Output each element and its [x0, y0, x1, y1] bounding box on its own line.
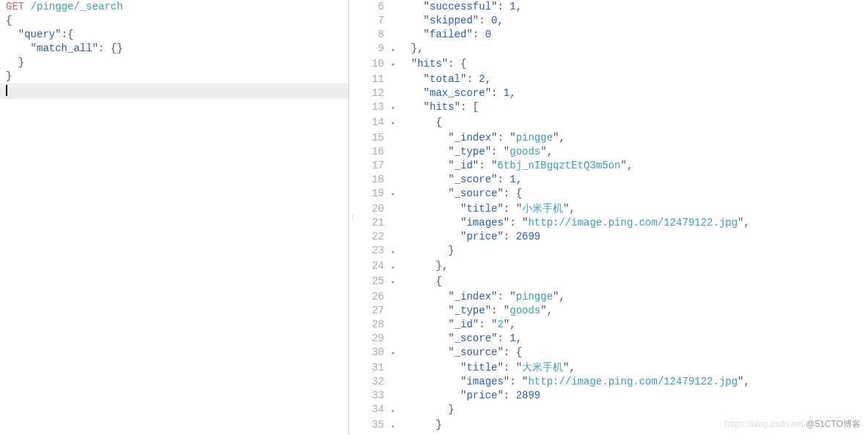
code-content[interactable]: "_type": "goods",: [397, 304, 868, 318]
code-content[interactable]: "max_score": 1,: [397, 86, 868, 100]
code-line[interactable]: 23▴ }: [355, 244, 868, 259]
code-content[interactable]: }: [397, 403, 868, 417]
code-line[interactable]: 26 "_index": "pingge",: [355, 290, 868, 304]
code-line[interactable]: 29 "_score": 1,: [355, 332, 868, 346]
code-line[interactable]: 22 "price": 2699: [355, 230, 868, 244]
code-content[interactable]: "_index": "pingge",: [397, 131, 868, 145]
token-str-cn: 大米手机: [522, 362, 563, 373]
token-punct: ": {}: [92, 42, 123, 54]
code-line[interactable]: 34▴ }: [355, 403, 868, 418]
code-content[interactable]: "failed": 0: [397, 28, 868, 42]
code-content[interactable]: GET /pingge/_search: [4, 0, 348, 14]
code-content[interactable]: "_source": {: [397, 187, 868, 201]
code-content[interactable]: "skipped": 0,: [397, 14, 868, 28]
code-line[interactable]: 32 "images": "http://image.ping.com/1247…: [355, 375, 868, 389]
code-content[interactable]: "images": "http://image.ping.com/1247912…: [397, 375, 868, 389]
fold-toggle-icon[interactable]: ▾: [389, 347, 397, 361]
code-content[interactable]: {: [4, 14, 348, 28]
token-punct: }: [6, 70, 12, 82]
response-viewer-pane[interactable]: 6 "successful": 1,7 "skipped": 0,8 "fail…: [355, 0, 868, 435]
code-line[interactable]: 17 "_id": "6tbj_nIBgqztEtQ3m5on",: [355, 159, 868, 173]
fold-toggle-icon[interactable]: ▴: [389, 420, 397, 434]
code-line[interactable]: 33 "price": 2899: [355, 389, 868, 403]
code-line[interactable]: 12 "max_score": 1,: [355, 86, 868, 100]
token-punct: ,: [516, 1, 522, 12]
code-content[interactable]: "price": 2899: [397, 389, 868, 403]
line-number: 7: [355, 14, 389, 28]
code-line[interactable]: 25▾ {: [355, 275, 868, 290]
code-line[interactable]: 30▾ "_source": {: [355, 346, 868, 361]
line-number: 31: [355, 361, 389, 375]
code-line[interactable]: GET /pingge/_search: [0, 0, 348, 14]
code-line[interactable]: 31 "title": "大米手机",: [355, 361, 868, 375]
fold-toggle-icon[interactable]: ▴: [389, 404, 397, 418]
code-line[interactable]: 9▴ },: [355, 42, 868, 57]
token-punct: ": [399, 160, 455, 171]
token-punct: {: [6, 15, 12, 26]
request-editor-pane[interactable]: GET /pingge/_search{ "query":{ "match_al…: [0, 0, 349, 435]
code-content[interactable]: "title": "大米手机",: [397, 361, 868, 375]
code-content[interactable]: },: [397, 42, 868, 56]
code-line[interactable]: 27 "_type": "goods",: [355, 304, 868, 318]
code-line[interactable]: 20 "title": "小米手机",: [355, 202, 868, 216]
fold-toggle-icon[interactable]: ▾: [389, 276, 397, 290]
code-line[interactable]: 15 "_index": "pingge",: [355, 131, 868, 145]
token-num: 1: [510, 1, 515, 12]
token-punct: ": [399, 390, 466, 401]
code-line[interactable]: 7 "skipped": 0,: [355, 14, 868, 28]
code-line[interactable]: 6 "successful": 1,: [355, 0, 868, 14]
code-line[interactable]: 11 "total": 2,: [355, 72, 868, 86]
code-content[interactable]: "_id": "6tbj_nIBgqztEtQ3m5on",: [397, 159, 868, 173]
code-line[interactable]: 14▾ {: [355, 116, 868, 131]
code-content[interactable]: }: [397, 244, 868, 258]
code-content[interactable]: "query":{: [4, 28, 348, 42]
line-number: 23: [355, 244, 389, 258]
code-line[interactable]: }: [0, 56, 348, 70]
code-content[interactable]: "match_all": {}: [4, 42, 348, 56]
code-line[interactable]: [0, 83, 348, 99]
code-content[interactable]: "_source": {: [397, 346, 868, 360]
code-content[interactable]: "successful": 1,: [397, 0, 868, 14]
fold-toggle-icon[interactable]: ▴: [389, 245, 397, 259]
code-line[interactable]: 21 "images": "http://image.ping.com/1247…: [355, 216, 868, 230]
code-line[interactable]: }: [0, 70, 348, 83]
code-line[interactable]: 24▴ },: [355, 259, 868, 275]
code-content[interactable]: "_score": 1,: [397, 332, 868, 346]
code-content[interactable]: "hits": {: [397, 57, 868, 71]
code-content[interactable]: }: [397, 418, 868, 432]
code-content[interactable]: {: [397, 116, 868, 130]
code-content[interactable]: {: [397, 275, 868, 289]
code-content[interactable]: "total": 2,: [397, 72, 868, 86]
code-content[interactable]: }: [4, 56, 348, 70]
code-content[interactable]: "_score": 1,: [397, 173, 868, 187]
code-content[interactable]: "hits": [: [397, 100, 868, 114]
fold-toggle-icon[interactable]: ▾: [389, 102, 397, 116]
pane-divider[interactable]: ⋮: [349, 0, 355, 435]
code-line[interactable]: 10▾ "hits": {: [355, 57, 868, 72]
code-line[interactable]: 35▴ }: [355, 418, 868, 434]
code-content[interactable]: }: [4, 70, 348, 83]
code-content[interactable]: [4, 83, 348, 99]
fold-toggle-icon[interactable]: ▾: [389, 188, 397, 202]
code-content[interactable]: "_id": "2",: [397, 318, 868, 332]
code-line[interactable]: "match_all": {}: [0, 42, 348, 56]
code-content[interactable]: "title": "小米手机",: [397, 202, 868, 216]
code-line[interactable]: 19▾ "_source": {: [355, 187, 868, 202]
fold-toggle-icon[interactable]: ▴: [389, 43, 397, 57]
code-line[interactable]: 28 "_id": "2",: [355, 318, 868, 332]
code-line[interactable]: 13▾ "hits": [: [355, 100, 868, 116]
code-content[interactable]: },: [397, 259, 868, 273]
code-line[interactable]: 16 "_type": "goods",: [355, 145, 868, 159]
code-line[interactable]: "query":{: [0, 28, 348, 42]
fold-toggle-icon[interactable]: ▾: [389, 59, 397, 72]
code-content[interactable]: "images": "http://image.ping.com/1247912…: [397, 216, 868, 230]
code-content[interactable]: "_index": "pingge",: [397, 290, 868, 304]
fold-toggle-icon[interactable]: ▾: [389, 117, 397, 131]
drag-handle-icon: ⋮: [349, 217, 355, 219]
code-line[interactable]: 8 "failed": 0: [355, 28, 868, 42]
code-content[interactable]: "price": 2699: [397, 230, 868, 244]
code-line[interactable]: {: [0, 14, 348, 28]
code-content[interactable]: "_type": "goods",: [397, 145, 868, 159]
code-line[interactable]: 18 "_score": 1,: [355, 173, 868, 187]
fold-toggle-icon[interactable]: ▴: [389, 261, 397, 275]
